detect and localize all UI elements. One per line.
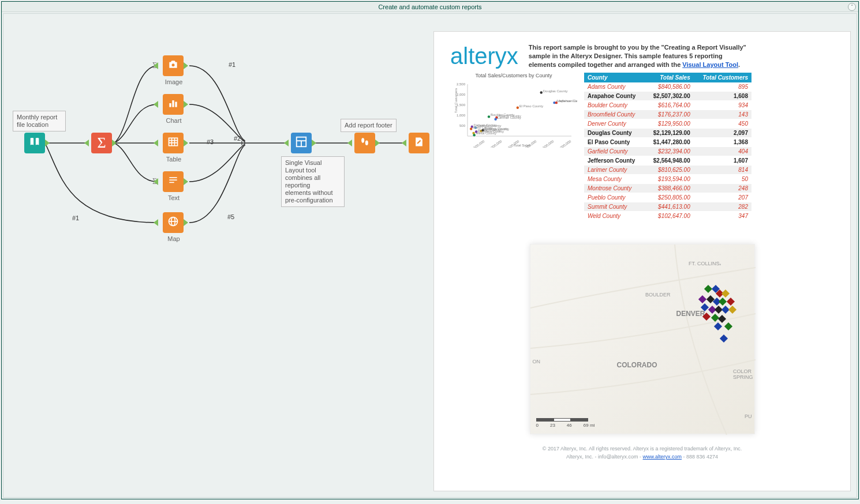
port-out[interactable] [312,140,316,146]
tool-table[interactable] [163,133,184,153]
tool-render[interactable] [409,133,429,153]
svg-text:Douglas County: Douglas County [543,89,568,93]
table-row: Mesa County$193,594.0050 [584,175,751,184]
col-customers: Total Customers [694,73,751,82]
svg-text:El Paso County: El Paso County [519,104,543,108]
label-text: Text [164,194,184,201]
svg-point-50 [481,129,484,131]
port-in[interactable] [284,140,289,146]
table-row: Montrose County$388,466.00248 [584,184,751,193]
footprints-icon [359,136,371,151]
workflow-canvas[interactable]: Monthly report file location Σ Σ [3,14,428,497]
map-label: FT. COLLINS [689,261,720,266]
map-label: COLOR SPRING [733,368,753,380]
port-in[interactable] [154,178,158,185]
table-row: Broomfield County$176,237.00143 [584,110,751,119]
svg-rect-1 [169,103,171,107]
table-row: Pueblo County$250,805.00207 [584,193,751,202]
svg-text:2,500,000: 2,500,000 [540,140,555,148]
comment-visual-layout[interactable]: Single Visual Layout tool combines all r… [281,156,345,207]
visual-layout-tool-link[interactable]: Visual Layout Tool [682,61,738,68]
window-frame: Create and automate custom reports ˄ [1,1,859,499]
collapse-button[interactable]: ˄ [848,3,856,11]
svg-text:Jefferson County: Jefferson County [558,99,577,103]
svg-text:1,500: 1,500 [457,103,466,107]
tool-map[interactable] [163,212,184,233]
svg-text:Mesa County: Mesa County [476,131,496,135]
scale-bar: 0234669 mi [536,418,595,428]
map-label: BOULDER [645,292,671,298]
camera-icon [167,59,179,73]
scatter-chart: Total Sales/Customers by County Total Cu… [450,73,577,221]
port-in[interactable] [84,140,89,146]
table-row: Summit County$441,613.00282 [584,202,751,212]
alteryx-website-link[interactable]: www.alteryx.com [643,454,682,460]
comment-input-location[interactable]: Monthly report file location [13,111,66,131]
tool-text[interactable] [163,171,184,192]
edge-label: #1 [72,215,79,221]
tool-summarize[interactable]: Σ [91,133,112,153]
map-label: ON [533,359,541,364]
port-in[interactable] [154,62,158,69]
map-preview: FT. COLLINS BOULDER DENVER COLORADO COLO… [530,244,755,434]
bar-chart-icon [167,97,179,112]
svg-point-40 [555,101,558,104]
titlebar-title: Create and automate custom reports [378,3,481,10]
label-image: Image [164,78,184,85]
port-in[interactable] [154,140,158,146]
svg-point-36 [517,107,519,109]
alteryx-logo: alteryx [450,43,518,69]
report-footer: © 2017 Alteryx, Inc. All rights reserved… [450,445,834,461]
tool-report-footer[interactable] [354,133,375,153]
edge-label: #1 [229,61,235,68]
port-out[interactable] [184,178,188,185]
layout-icon [295,136,308,151]
svg-text:500,000: 500,000 [473,140,485,148]
port-in[interactable] [154,101,158,108]
table-row: Boulder County$616,764.00934 [584,101,751,110]
port-out[interactable] [45,140,50,146]
port-in[interactable] [154,219,158,226]
port-out[interactable] [112,140,117,146]
tool-chart[interactable] [163,94,184,115]
port-in[interactable] [347,140,352,146]
titlebar: Create and automate custom reports ˄ [2,2,858,12]
svg-text:1,000: 1,000 [457,114,466,117]
svg-point-19 [365,140,368,145]
map-label: PU [745,413,752,419]
svg-point-42 [494,118,496,120]
port-out[interactable] [375,140,380,146]
svg-point-28 [488,115,490,118]
svg-point-0 [172,63,175,66]
document-pencil-icon [413,136,425,151]
tool-file-input[interactable] [24,133,45,153]
svg-rect-4 [169,138,178,145]
port-in[interactable] [402,140,406,146]
svg-point-48 [475,130,477,133]
table-icon [167,136,179,151]
svg-text:1,000,000: 1,000,000 [488,140,503,148]
map-label: DENVER [676,310,705,318]
label-map: Map [165,235,182,242]
svg-text:Weld County: Weld County [473,126,492,129]
port-out[interactable] [184,219,188,226]
table-row: Denver County$129,950.00450 [584,119,751,129]
col-county: County [584,73,645,82]
text-lines-icon [167,175,179,189]
tool-visual-layout[interactable] [291,133,312,153]
port-out[interactable] [184,62,188,69]
svg-point-44 [473,134,475,136]
comment-report-footer[interactable]: Add report footer [341,119,397,132]
report-preview: alteryx This report sample is brought to… [433,31,851,491]
edge-label: #5 [227,213,234,220]
edge-label: #3 [207,138,214,145]
edge-label: #2 [234,135,241,142]
port-out[interactable] [184,101,188,108]
label-table: Table [164,156,184,163]
svg-point-18 [361,138,364,142]
book-icon [28,136,41,151]
tool-image[interactable] [163,55,184,76]
globe-icon [167,216,179,230]
port-out[interactable] [184,140,188,146]
svg-text:3,000,000: 3,000,000 [557,140,572,148]
